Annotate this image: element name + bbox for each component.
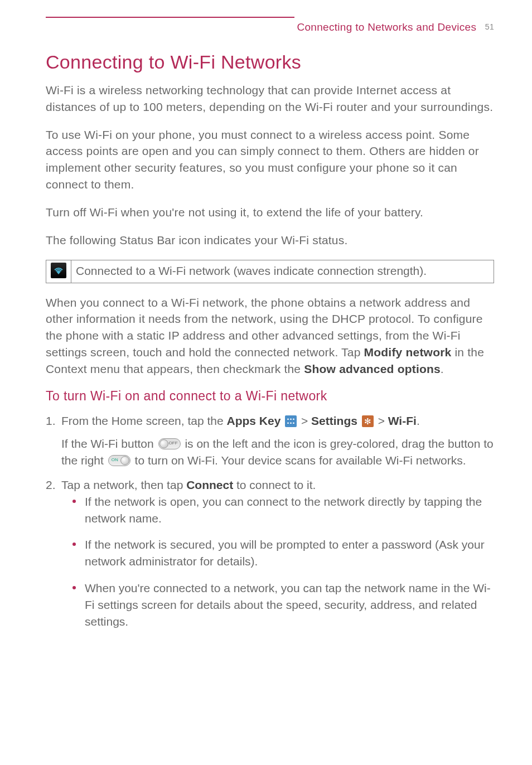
section-title: Connecting to Networks and Devices	[297, 21, 476, 33]
subheading: To turn Wi-Fi on and connect to a Wi-Fi …	[46, 389, 494, 404]
list-item: From the Home screen, tap the Apps Key >…	[46, 413, 494, 469]
step2-pre: Tap a network, then tap	[61, 478, 186, 491]
step1-end: .	[417, 414, 420, 427]
connect-label: Connect	[186, 478, 233, 491]
list-item: If the network is secured, you will be p…	[72, 536, 494, 570]
show-advanced-label: Show advanced options	[304, 362, 441, 375]
wifi-status-icon	[51, 263, 66, 278]
header-rule: Connecting to Networks and Devices 51	[46, 17, 494, 18]
step1-sub-mid2: to turn on Wi-Fi. Your device scans for …	[135, 454, 466, 467]
list-item: If the network is open, you can connect …	[72, 493, 494, 527]
dhcp-paragraph: When you connect to a Wi-Fi network, the…	[46, 294, 494, 377]
step1-sub-pre: If the Wi-Fi button	[61, 437, 157, 450]
list-item: Tap a network, then tap Connect to conne…	[46, 477, 494, 630]
intro-paragraph-3: Turn off Wi-Fi when you're not using it,…	[46, 204, 494, 221]
status-icon-table: Connected to a Wi-Fi network (waves indi…	[46, 260, 494, 283]
wifi-label: Wi-Fi	[388, 414, 417, 427]
page-container: Connecting to Networks and Devices 51 Co…	[0, 0, 532, 662]
step1-pre: From the Home screen, tap the	[61, 414, 226, 427]
steps-list: From the Home screen, tap the Apps Key >…	[46, 413, 494, 630]
step2-post: to connect to it.	[233, 478, 316, 491]
modify-network-label: Modify network	[364, 346, 452, 359]
apps-key-label: Apps Key	[226, 414, 280, 427]
table-row: Connected to a Wi-Fi network (waves indi…	[46, 260, 494, 283]
header-text: Connecting to Networks and Devices 51	[294, 17, 494, 33]
page-number: 51	[485, 22, 494, 31]
status-text-cell: Connected to a Wi-Fi network (waves indi…	[71, 260, 494, 283]
intro-paragraph-2: To use Wi-Fi on your phone, you must con…	[46, 127, 494, 193]
list-item: When you're connected to a network, you …	[72, 580, 494, 630]
settings-icon: ✻	[362, 415, 374, 427]
intro-paragraph-1: Wi-Fi is a wireless networking technolog…	[46, 82, 494, 115]
step1-sub: If the Wi-Fi button OFF is on the left a…	[61, 435, 494, 469]
dhcp-tail: .	[441, 362, 444, 375]
status-icon-cell	[46, 260, 71, 283]
step1-sep2: >	[375, 414, 388, 427]
step1-sep1: >	[298, 414, 311, 427]
apps-key-icon	[285, 415, 297, 427]
settings-label: Settings	[311, 414, 357, 427]
intro-paragraph-4: The following Status Bar icon indicates …	[46, 232, 494, 249]
step2-bullets: If the network is open, you can connect …	[61, 493, 494, 630]
page-title: Connecting to Wi-Fi Networks	[46, 51, 494, 73]
wifi-toggle-on-icon: ON	[108, 455, 130, 466]
wifi-toggle-off-icon: OFF	[158, 438, 181, 449]
